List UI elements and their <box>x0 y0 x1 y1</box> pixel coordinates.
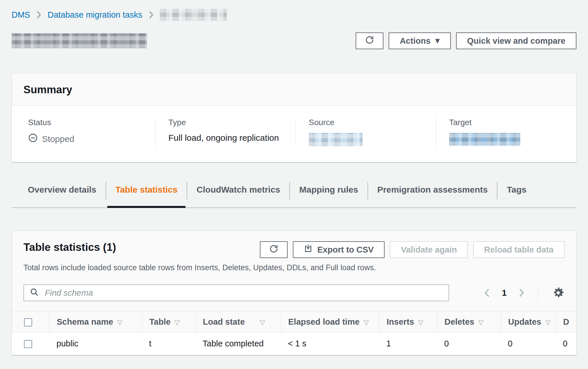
status-label: Status <box>28 118 146 127</box>
column-header-schema-name[interactable]: Schema name▽ <box>49 311 142 332</box>
summary-field-type: Type Full load, ongoing replication <box>155 118 295 146</box>
sort-icon: ▽ <box>364 319 369 326</box>
download-icon <box>304 244 313 255</box>
tab-cloudwatch-metrics[interactable]: CloudWatch metrics <box>187 180 289 207</box>
row-checkbox-cell <box>12 332 49 355</box>
export-to-csv-label: Export to CSV <box>317 245 374 255</box>
select-all-checkbox-cell <box>12 311 49 332</box>
column-label: Elapsed load time <box>288 317 360 326</box>
cell-load-state: Table completed <box>196 332 281 355</box>
tab-tags[interactable]: Tags <box>497 180 536 207</box>
table-statistics-description: Total rows include loaded source table r… <box>23 263 565 272</box>
search-icon <box>30 288 39 298</box>
sort-icon: ▽ <box>260 319 265 326</box>
reload-table-data-button[interactable]: Reload table data <box>473 241 565 258</box>
sort-icon: ▽ <box>418 319 423 326</box>
task-tabs: Overview details Table statistics CloudW… <box>12 180 576 208</box>
column-label: Updates <box>508 317 541 326</box>
cell-updates: 0 <box>501 332 556 355</box>
column-label: Inserts <box>387 317 414 326</box>
schema-search-box <box>23 284 449 301</box>
sort-icon: ▽ <box>117 319 122 326</box>
tab-table-statistics[interactable]: Table statistics <box>106 180 187 207</box>
header-actions: Actions ▼ Quick view and compare <box>356 32 576 49</box>
column-header-ddls-clipped[interactable]: D <box>556 311 576 332</box>
source-endpoint-link-redacted[interactable] <box>309 133 363 146</box>
sort-icon: ▽ <box>478 319 484 326</box>
status-value: Stopped <box>42 134 74 144</box>
column-header-updates[interactable]: Updates▽ <box>501 311 556 332</box>
previous-page-icon[interactable] <box>484 288 490 298</box>
target-label: Target <box>449 118 567 127</box>
tab-overview-details[interactable]: Overview details <box>19 180 106 207</box>
summary-field-target: Target <box>436 118 576 146</box>
table-statistics-title: Table statistics (1) <box>23 241 116 253</box>
table-row: public t Table completed < 1 s 1 0 0 0 <box>12 332 576 355</box>
summary-body: Status Stopped Type Full load, ongoing r… <box>12 106 576 162</box>
column-label: Deletes <box>444 317 474 326</box>
settings-gear-icon[interactable] <box>552 286 565 299</box>
refresh-icon <box>365 35 374 47</box>
refresh-icon <box>269 244 278 255</box>
refresh-button[interactable] <box>356 32 383 49</box>
column-header-table[interactable]: Table▽ <box>142 311 196 332</box>
table-statistics-actions: Export to CSV Validate again Reload tabl… <box>260 241 565 258</box>
column-label: Schema name <box>57 317 113 326</box>
current-page-number[interactable]: 1 <box>502 288 507 298</box>
column-header-deletes[interactable]: Deletes▽ <box>437 311 501 332</box>
actions-button-label: Actions <box>400 36 430 46</box>
sort-icon: ▽ <box>175 319 180 326</box>
cell-ddls-clipped: 0 <box>556 332 576 355</box>
quick-view-compare-label: Quick view and compare <box>467 36 565 46</box>
breadcrumb-dms-link[interactable]: DMS <box>12 10 30 20</box>
table-refresh-button[interactable] <box>260 241 288 258</box>
cell-deletes: 0 <box>437 332 501 355</box>
breadcrumb-chevron-icon <box>149 11 153 19</box>
cell-inserts: 1 <box>379 332 437 355</box>
row-checkbox[interactable] <box>24 340 32 348</box>
select-all-checkbox[interactable] <box>24 318 32 326</box>
schema-search-input[interactable] <box>44 288 443 298</box>
dms-task-page: DMS Database migration tasks Actions ▼ Q… <box>0 0 588 355</box>
validate-again-label: Validate again <box>401 245 457 255</box>
tab-premigration-assessments[interactable]: Premigration assessments <box>368 180 497 207</box>
breadcrumb-current-task-redacted <box>160 9 227 21</box>
table-toolbar: 1 <box>23 284 565 311</box>
breadcrumb-tasks-link[interactable]: Database migration tasks <box>47 10 142 20</box>
pagination: 1 <box>484 285 565 301</box>
cell-table: t <box>142 332 196 355</box>
stopped-status-icon <box>28 133 38 145</box>
column-label: D <box>563 317 569 326</box>
breadcrumb: DMS Database migration tasks <box>12 9 576 21</box>
column-header-elapsed-load-time[interactable]: Elapsed load time▽ <box>281 311 379 332</box>
source-label: Source <box>309 118 427 127</box>
summary-header: Summary <box>12 73 576 106</box>
column-header-inserts[interactable]: Inserts▽ <box>379 311 437 332</box>
actions-button[interactable]: Actions ▼ <box>389 32 451 49</box>
table-statistics-table: Schema name▽ Table▽ Load state▽ Elapsed … <box>12 311 576 355</box>
tab-mapping-rules[interactable]: Mapping rules <box>290 180 367 207</box>
type-label: Type <box>168 118 287 127</box>
table-statistics-header: Table statistics (1) Export to CSV <box>12 231 576 311</box>
table-header-row: Schema name▽ Table▽ Load state▽ Elapsed … <box>12 311 576 332</box>
column-label: Table <box>149 317 171 326</box>
task-name-redacted <box>12 33 147 48</box>
summary-title: Summary <box>23 84 565 96</box>
quick-view-compare-button[interactable]: Quick view and compare <box>456 32 576 49</box>
next-page-icon[interactable] <box>518 288 525 298</box>
validate-again-button[interactable]: Validate again <box>390 241 468 258</box>
target-endpoint-link-redacted[interactable] <box>449 133 520 146</box>
caret-down-icon: ▼ <box>435 38 440 44</box>
export-to-csv-button[interactable]: Export to CSV <box>293 241 385 258</box>
reload-table-data-label: Reload table data <box>484 245 554 255</box>
sort-icon: ▽ <box>545 319 550 326</box>
table-statistics-card: Table statistics (1) Export to CSV <box>12 231 576 355</box>
type-value: Full load, ongoing replication <box>168 133 287 143</box>
page-header: Actions ▼ Quick view and compare <box>12 32 576 49</box>
toolbar-divider <box>538 285 539 301</box>
column-header-load-state[interactable]: Load state▽ <box>196 311 281 332</box>
cell-schema-name: public <box>49 332 142 355</box>
summary-card: Summary Status Stopped Type Full load, o… <box>12 73 576 162</box>
summary-field-source: Source <box>295 118 436 146</box>
summary-field-status: Status Stopped <box>12 118 155 146</box>
